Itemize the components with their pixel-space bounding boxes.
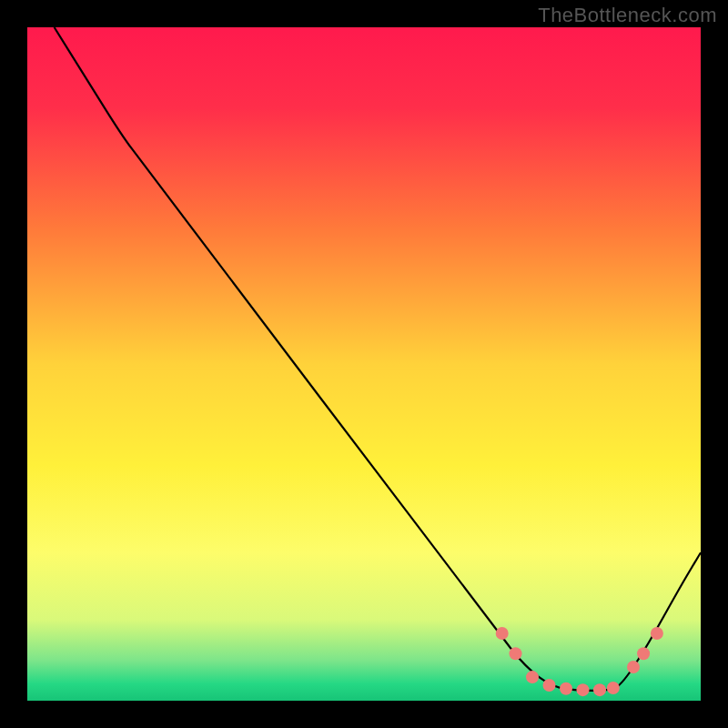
bottleneck-chart [27, 27, 701, 701]
curve-marker [627, 661, 640, 673]
curve-marker [526, 671, 539, 683]
plot-area [27, 27, 701, 701]
chart-frame: TheBottleneck.com [0, 0, 728, 728]
curve-marker [560, 682, 572, 695]
curve-marker [593, 683, 606, 696]
curve-marker [510, 647, 522, 660]
curve-marker [607, 682, 620, 694]
watermark-text: TheBottleneck.com [538, 4, 717, 27]
curve-marker [496, 627, 509, 640]
curve-marker [543, 679, 556, 692]
gradient-background [27, 27, 701, 701]
curve-marker [577, 683, 590, 696]
curve-marker [651, 627, 663, 640]
curve-marker [637, 647, 650, 660]
